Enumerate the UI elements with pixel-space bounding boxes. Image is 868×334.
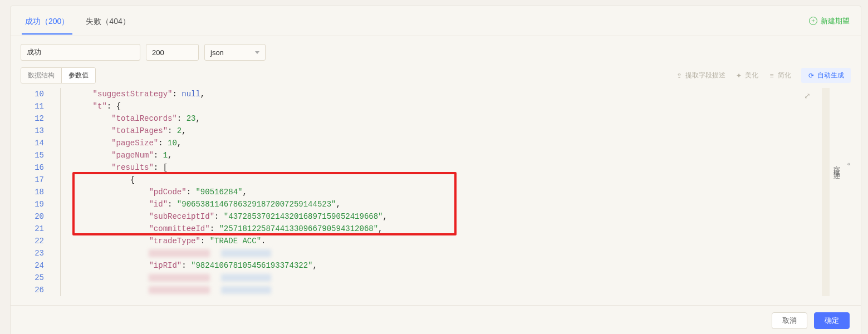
status-code-input[interactable] [146, 44, 199, 61]
format-select-value: json [210, 48, 224, 57]
code-line[interactable]: "results": [ [74, 161, 818, 174]
view-tab-params[interactable]: 参数值 [62, 68, 95, 83]
code-line[interactable] [74, 284, 818, 296]
code-line[interactable]: "subReceiptId": "43728537021432016897159… [74, 210, 818, 223]
view-tab-schema[interactable]: 数据结构 [21, 68, 62, 83]
code-line[interactable]: "suggestStrategy": null, [74, 88, 818, 100]
extract-label: 提取字段描述 [685, 71, 725, 80]
code-line[interactable]: "t": { [74, 100, 818, 112]
beautify-label: 美化 [745, 71, 758, 80]
refresh-icon: ⟳ [808, 72, 815, 79]
code-line[interactable]: "id": "90653811467863291872007259144523"… [74, 198, 818, 210]
side-panel-label: 字段描述 [832, 160, 841, 169]
code-line[interactable]: "tradeType": "TRADE ACC". [74, 235, 818, 247]
code-line[interactable]: { [74, 174, 818, 186]
beautify-button[interactable]: ✦ 美化 [735, 71, 758, 80]
format-select[interactable]: json [204, 44, 266, 61]
simplify-label: 简化 [778, 71, 791, 80]
upload-icon: ⇪ [676, 72, 683, 79]
autogen-button[interactable]: ⟳ 自动生成 [801, 68, 851, 83]
code-line[interactable]: "pageSize": 10, [74, 137, 818, 149]
plus-circle-icon: + [809, 17, 817, 25]
add-expectation-label: 新建期望 [821, 16, 850, 26]
scrollbar[interactable] [822, 88, 830, 296]
cancel-button[interactable]: 取消 [772, 312, 807, 329]
tabs-row: 成功（200） 失败（404） + 新建期望 [11, 6, 861, 36]
code-editor[interactable]: 1011121314151617181920212223242526 "sugg… [21, 88, 818, 296]
code-line[interactable]: "pageNum": 1, [74, 149, 818, 161]
code-line[interactable]: "pdCode": "90516284", [74, 186, 818, 198]
add-expectation-button[interactable]: + 新建期望 [809, 16, 850, 26]
code-line[interactable] [74, 247, 818, 259]
code-line[interactable]: "totalPages": 2, [74, 125, 818, 137]
code-line[interactable]: "totalRecords": 23, [74, 112, 818, 125]
simplify-button[interactable]: ≡ 简化 [768, 71, 791, 80]
wand-icon: ✦ [735, 72, 742, 79]
tab-success[interactable]: 成功（200） [22, 8, 72, 35]
extract-fields-button[interactable]: ⇪ 提取字段描述 [676, 71, 725, 80]
list-icon: ≡ [768, 72, 775, 79]
inputs-row: json [11, 36, 861, 61]
response-name-input[interactable] [21, 44, 140, 61]
footer: 取消 确定 [11, 305, 861, 334]
autogen-label: 自动生成 [817, 71, 844, 80]
code-line[interactable] [74, 272, 818, 284]
code-line[interactable]: "ipRId": "982410678105456193374322", [74, 259, 818, 272]
code-line[interactable]: "committeeId": "257181225874413309667905… [74, 223, 818, 235]
chevron-left-icon: « [846, 160, 852, 169]
side-panel-toggle[interactable]: « 字段描述 [833, 88, 851, 296]
tab-fail[interactable]: 失败（404） [82, 8, 133, 35]
chevron-down-icon [255, 51, 259, 54]
confirm-button[interactable]: 确定 [814, 312, 850, 329]
toolbar-row: 数据结构 参数值 ⇪ 提取字段描述 ✦ 美化 ≡ 简化 ⟳ [11, 61, 861, 88]
